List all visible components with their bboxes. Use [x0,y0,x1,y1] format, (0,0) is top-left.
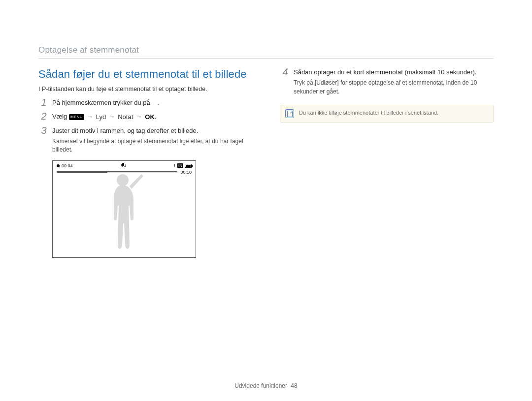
step-2-text: Vælg MENU → Lyd → Notat → OK . [52,112,252,122]
footer-section: Udvidede funktioner [234,382,287,389]
note-icon [285,109,294,118]
step-1: På hjemmeskærmen trykker du på . [38,98,252,107]
step-4-number: 4 [280,66,291,78]
step-4-text: Sådan optager du et kort stemmenotat (ma… [294,68,494,77]
section-title: Sådan føjer du et stemmenotat til et bil… [38,68,252,81]
menu-icon: MENU [69,114,84,120]
memory-in-icon: IN [177,163,183,168]
step-4: 4 Sådan optager du et kort stemmenotat (… [280,68,494,96]
step-3: Juster dit motiv i rammen, og tag dereft… [38,126,252,154]
step-2-opt-lyd: Lyd [96,113,106,122]
arrow-icon: → [136,113,142,121]
right-column: 4 Sådan optager du et kort stemmenotat (… [280,68,494,258]
divider [38,58,494,59]
note-box: Du kan ikke tilføje stemmenotater til bi… [280,105,494,123]
progress-bar-fill [57,172,107,173]
ok-icon: OK [145,113,155,122]
step-2-period: . [155,113,157,120]
total-time: 00:10 [180,170,192,175]
step-2-prefix: Vælg [52,113,67,120]
step-1-text: På hjemmeskærmen trykker du på . [52,98,252,107]
shutter-key-label: Udløser [316,79,337,86]
step-4-sub-prefix: Tryk på [294,79,315,86]
footer-page-number: 48 [291,382,297,389]
left-column: Sådan føjer du et stemmenotat til et bil… [38,68,252,258]
subject-silhouette [102,171,146,257]
arrow-icon: → [87,113,93,121]
battery-icon [185,164,192,168]
elapsed-time: 00:04 [62,163,73,168]
content-columns: Sådan føjer du et stemmenotat til et bil… [38,68,494,258]
step-3-text: Juster dit motiv i rammen, og tag dereft… [52,126,252,135]
svg-point-0 [117,174,129,186]
step-3-subtext: Kameraet vil begynde at optage et stemme… [52,137,252,154]
step-2: Vælg MENU → Lyd → Notat → OK . [38,112,252,122]
arrow-icon: → [109,113,115,121]
intro-text: I P-tilstanden kan du føje et stemmenota… [38,86,252,93]
manual-page: Optagelse af stemmenotat Sådan føjer du … [0,0,532,401]
microphone-icon [121,163,126,169]
camera-topbar: 00:04 1 IN [57,163,192,169]
record-dot-icon [57,164,60,167]
camera-screen-illustration: 00:04 1 IN 00:10 [52,160,196,258]
step-2-opt-notat: Notat [118,113,133,122]
camera-status-group: 1 IN [173,163,192,168]
steps-list: På hjemmeskærmen trykker du på . Vælg ME… [38,98,252,154]
step-4-subtext: Tryk på [Udløser] for stoppe optagelse a… [294,79,494,96]
shot-count: 1 [173,163,176,168]
page-footer: Udvidede funktioner 48 [0,382,532,389]
home-icon-placeholder: . [152,99,159,106]
note-text: Du kan ikke tilføje stemmenotater til bi… [299,109,438,117]
step-1-label: På hjemmeskærmen trykker du på [52,99,150,106]
breadcrumb: Optagelse af stemmenotat [38,45,139,55]
